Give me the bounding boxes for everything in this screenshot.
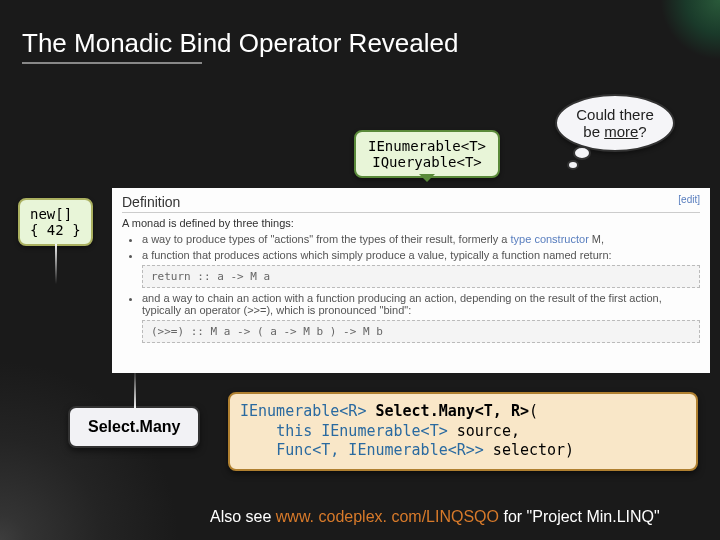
code-paren-open: ( xyxy=(529,402,538,420)
footnote-pre: Also see xyxy=(210,508,276,525)
wiki-edit-link[interactable]: [edit] xyxy=(678,194,700,210)
code-src-type: IEnumerable<T> xyxy=(321,422,447,440)
wiki-code-return: return :: a -> M a xyxy=(142,265,700,288)
thought-line2-pre: be xyxy=(583,123,604,140)
wiki-b1-post: M, xyxy=(589,233,604,245)
wiki-intro: A monad is defined by three things: xyxy=(122,217,700,229)
selectmany-label: Select.Many xyxy=(88,418,180,435)
type-callout: IEnumerable<T> IQueryable<T> xyxy=(354,130,500,178)
thought-line1: Could there xyxy=(576,106,654,123)
wiki-heading: Definition [edit] xyxy=(122,194,700,213)
wiki-type-constructor-link[interactable]: type constructor xyxy=(511,233,589,245)
type-line2: IQueryable<T> xyxy=(368,154,486,170)
type-line1: IEnumerable<T> xyxy=(368,138,486,154)
code-method: Select.Many<T, R> xyxy=(375,402,529,420)
wiki-b1-pre: a way to produce types of "actions" from… xyxy=(142,233,511,245)
wiki-bullet-3: and a way to chain an action with a func… xyxy=(142,292,700,316)
code-this-kw: this xyxy=(276,422,312,440)
selectmany-callout: Select.Many xyxy=(68,406,200,448)
code-signature-callout: IEnumerable<R> Select.Many<T, R>( this I… xyxy=(228,392,698,471)
wiki-bullet-1: a way to produce types of "actions" from… xyxy=(142,233,700,245)
corner-decoration-bl xyxy=(0,360,180,540)
wiki-code-bind: (>>=) :: M a -> ( a -> M b ) -> M b xyxy=(142,320,700,343)
code-src-name: source, xyxy=(448,422,520,440)
code-func-type: Func<T, IEnumerable<R>> xyxy=(276,441,484,459)
slide-title: The Monadic Bind Operator Revealed xyxy=(22,28,458,59)
thought-em: more xyxy=(604,123,638,140)
thought-line2-suf: ? xyxy=(638,123,646,140)
footnote-link[interactable]: www. codeplex. com/LINQSQO xyxy=(276,508,499,525)
code-ret-type: IEnumerable<R> xyxy=(240,402,366,420)
wiki-heading-text: Definition xyxy=(122,194,180,210)
footnote-post: for "Project Min.LINQ" xyxy=(499,508,660,525)
title-underline xyxy=(22,62,202,64)
wiki-definition-box: Definition [edit] A monad is defined by … xyxy=(112,188,710,373)
wiki-bullet-2: a function that produces actions which s… xyxy=(142,249,700,261)
corner-decoration-tr xyxy=(660,0,720,60)
new-array-callout: new[] { 42 } xyxy=(18,198,93,246)
footnote: Also see www. codeplex. com/LINQSQO for … xyxy=(210,508,660,526)
code-sel-name: selector) xyxy=(484,441,574,459)
thought-bubble: Could there be more? xyxy=(555,94,675,152)
